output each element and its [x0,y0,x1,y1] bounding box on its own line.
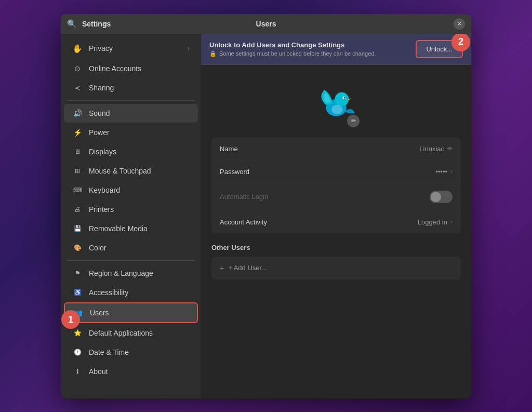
svg-point-4 [331,104,343,114]
account-activity-label: Account Activity [220,218,418,226]
sidebar-item-keyboard[interactable]: ⌨ Keyboard [64,181,198,200]
sidebar-item-datetime[interactable]: 🕐 Date & Time [64,343,198,362]
settings-window: 🔍 Settings Users ≡ ✕ ✋ Privacy › ⊙ Onlin… [61,14,471,398]
sidebar-item-sound[interactable]: 🔊 Sound [64,104,198,123]
password-row[interactable]: Password ••••• › [211,161,461,183]
sidebar-item-sharing[interactable]: ≺ Sharing [64,78,198,97]
unlock-banner-title: Unlock to Add Users and Change Settings [209,41,409,49]
sidebar-item-privacy[interactable]: ✋ Privacy › [64,38,198,59]
unlock-button-wrap: Unlock... 2 [416,40,463,58]
mouse-icon: ⊞ [72,167,83,175]
sidebar-label-mouse: Mouse & Touchpad [89,167,151,175]
titlebar: 🔍 Settings Users ≡ ✕ [61,14,471,34]
name-value: Linuxiac ✏ [419,145,453,153]
sidebar-item-power[interactable]: ⚡ Power [64,123,198,142]
menu-icon[interactable]: ≡ [102,19,107,29]
privacy-icon: ✋ [72,44,83,54]
lock-icon: 🔒 [209,50,217,57]
sound-icon: 🔊 [72,109,83,117]
sidebar-label-privacy: Privacy [89,44,113,52]
sharing-icon: ≺ [72,84,83,92]
sidebar-item-users[interactable]: 👥 Users [64,302,198,323]
displays-icon: 🖥 [72,148,83,155]
sidebar-label-color: Color [89,244,106,252]
sidebar-label-users: Users [90,309,109,317]
sidebar-label-displays: Displays [89,148,116,156]
sidebar-label-about: About [89,367,108,376]
unlock-banner-text: Unlock to Add Users and Change Settings … [209,41,409,57]
sidebar-label-sound: Sound [89,109,110,117]
sidebar-label-removable-media: Removable Media [89,224,148,233]
sidebar-item-accessibility[interactable]: ♿ Accessibility [64,283,198,302]
sidebar-label-datetime: Date & Time [89,348,129,356]
other-users-label: Other Users [211,244,461,251]
svg-point-1 [335,92,349,106]
sidebar-item-about[interactable]: ℹ About [64,362,198,381]
search-icon[interactable]: 🔍 [67,19,77,29]
password-label: Password [220,168,435,176]
online-accounts-icon: ⊙ [72,64,83,73]
content-scroll: ✏ Name Linuxiac ✏ Password [201,65,471,398]
sidebar-label-printers: Printers [89,205,114,214]
users-icon: 👥 [73,309,84,316]
account-activity-row[interactable]: Account Activity Logged in › [211,211,461,233]
sidebar-item-printers[interactable]: 🖨 Printers [64,200,198,219]
account-activity-chevron-icon: › [450,218,453,225]
auto-login-row: Automatic Login [211,183,461,211]
content-area: Unlock to Add Users and Change Settings … [201,34,471,398]
add-user-label: + Add User... [228,264,267,272]
name-row[interactable]: Name Linuxiac ✏ [211,138,461,161]
add-user-icon: + [220,264,224,272]
sidebar-item-displays[interactable]: 🖥 Displays [64,142,198,161]
datetime-icon: 🕐 [72,349,83,356]
chevron-icon: › [188,45,190,52]
sidebar: ✋ Privacy › ⊙ Online Accounts ≺ Sharing … [61,34,201,398]
power-icon: ⚡ [72,128,83,137]
unlock-banner: Unlock to Add Users and Change Settings … [201,34,471,65]
sidebar-label-keyboard: Keyboard [89,186,120,194]
avatar-edit-button[interactable]: ✏ [347,115,360,127]
sidebar-item-mouse[interactable]: ⊞ Mouse & Touchpad [64,162,198,180]
name-edit-icon: ✏ [447,145,453,152]
window-title: Users [256,20,276,28]
avatar: ✏ [313,81,360,127]
region-icon: ⚑ [72,270,83,277]
sidebar-item-default-apps[interactable]: ⭐ Default Applications [64,324,198,342]
removable-media-icon: 💾 [72,225,83,232]
sidebar-label-sharing: Sharing [89,84,114,92]
avatar-section: ✏ [201,65,471,138]
sidebar-label-default-apps: Default Applications [89,329,153,337]
sidebar-item-region[interactable]: ⚑ Region & Language [64,264,198,283]
sidebar-item-removable-media[interactable]: 💾 Removable Media [64,219,198,238]
close-button[interactable]: ✕ [454,18,465,30]
other-users-section: Other Users + + Add User... [201,233,471,285]
toggle-knob [431,192,441,202]
sidebar-label-power: Power [89,128,110,137]
account-activity-value: Logged in › [418,218,453,226]
keyboard-icon: ⌨ [72,187,83,194]
annotation-badge-2: 2 [451,34,470,51]
accessibility-icon: ♿ [72,289,83,296]
password-chevron-icon: › [450,168,453,175]
default-apps-icon: ⭐ [72,329,83,337]
name-label: Name [220,145,419,153]
sidebar-item-color[interactable]: 🎨 Color [64,238,198,257]
password-value: ••••• › [435,168,453,176]
unlock-banner-subtitle: 🔒 Some settings must be unlocked before … [209,50,409,57]
sidebar-label-online-accounts: Online Accounts [89,64,141,73]
about-icon: ℹ [72,368,83,375]
svg-point-3 [344,97,345,98]
sidebar-label-region: Region & Language [89,269,153,277]
sidebar-divider-2 [67,260,195,261]
printers-icon: 🖨 [72,206,83,213]
sidebar-divider-1 [67,100,195,101]
add-user-row[interactable]: + + Add User... [211,257,461,280]
auto-login-label: Automatic Login [220,193,430,201]
sidebar-item-online-accounts[interactable]: ⊙ Online Accounts [64,59,198,78]
auto-login-toggle[interactable] [430,191,453,203]
main-area: ✋ Privacy › ⊙ Online Accounts ≺ Sharing … [61,34,471,398]
color-icon: 🎨 [72,244,83,251]
user-info-rows: Name Linuxiac ✏ Password ••••• › [201,138,471,233]
sidebar-label-accessibility: Accessibility [89,288,128,297]
